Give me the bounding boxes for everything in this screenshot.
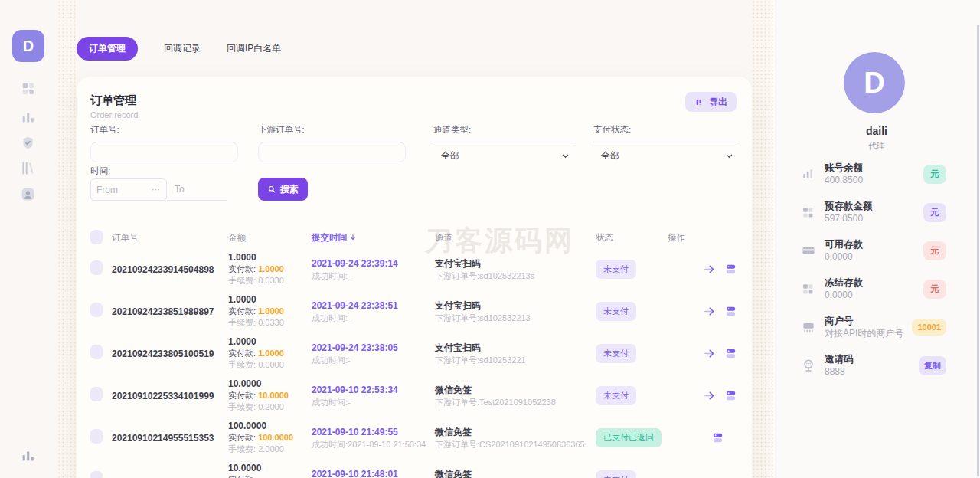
stat-label: 冻结存款	[825, 277, 863, 289]
profile-stats: 账号余额 400.8500 元 预存款金额 597.8500 元 可用存款 0.…	[801, 155, 946, 385]
stat-label: 预存款金额	[825, 200, 873, 212]
order-management-panel: 订单管理 Order record 导出 订单号: 下游订单号: 通道类型: 全…	[77, 77, 752, 478]
grid-icon	[801, 282, 819, 296]
header-order: 订单号	[112, 232, 228, 244]
shield-check-icon[interactable]	[20, 135, 37, 152]
stat-label: 账号余额	[825, 162, 863, 174]
order-number: 20210910225334101999	[112, 391, 228, 401]
stat-value: 400.8500	[825, 174, 863, 186]
sort-down-icon	[349, 234, 357, 241]
row-checkbox[interactable]	[90, 303, 103, 317]
status-badge: 未支付	[596, 470, 636, 478]
profile-role: 代理	[773, 140, 980, 152]
bar-chart-bottom-icon[interactable]	[20, 447, 37, 464]
order-number: 20210924233805100519	[112, 349, 228, 359]
stat-badge[interactable]: 复制	[919, 356, 946, 375]
detail-card-icon[interactable]	[711, 431, 724, 444]
pay-status-select[interactable]: 全部	[593, 142, 737, 162]
grid-icon	[801, 205, 819, 220]
date-range-picker[interactable]: From ⋯ To	[90, 178, 227, 201]
stat-value: 对接API时的商户号	[825, 327, 903, 339]
export-icon	[694, 97, 704, 107]
row-checkbox[interactable]	[90, 345, 103, 359]
row-checkbox[interactable]	[90, 471, 103, 478]
row-checkbox[interactable]	[90, 260, 103, 275]
downstream-order-no-input[interactable]	[258, 142, 406, 162]
table-row: 20210924233851989897 1.0000 实付款: 1.0000 …	[77, 290, 752, 332]
library-icon[interactable]	[20, 160, 37, 177]
downstream-order-no-label: 下游订单号:	[258, 124, 406, 136]
tab-callback-records[interactable]: 回调记录	[164, 42, 201, 55]
channel-type-select[interactable]: 全部	[433, 142, 573, 162]
order-no-label: 订单号:	[90, 124, 238, 136]
status-badge: 未支付	[596, 386, 636, 405]
page-scrollbar[interactable]	[977, 25, 979, 476]
stat-badge: 元	[923, 203, 946, 222]
header-submit-time[interactable]: 提交时间	[312, 232, 435, 244]
chevron-down-icon	[725, 152, 733, 160]
order-number: 20210924233851989897	[112, 306, 228, 317]
order-number: 20210924233914504898	[112, 264, 228, 275]
table-row: 10.0000 实付款: 手续费: 2021-09-10 21:48:01 成功…	[77, 459, 752, 478]
order-no-input[interactable]	[90, 142, 238, 162]
table-row: 20210910214955515353 100.0000 实付款: 100.0…	[77, 417, 752, 459]
user-icon[interactable]	[20, 186, 37, 203]
profile-stat-item: 可用存款 0.0000 元	[801, 231, 946, 270]
credit-card-icon	[801, 243, 819, 258]
select-all-checkbox[interactable]	[90, 230, 103, 244]
status-badge: 未支付	[596, 260, 636, 279]
chevron-down-icon	[561, 152, 570, 160]
detail-card-icon[interactable]	[724, 347, 737, 360]
amount-cell: 1.0000 实付款: 1.0000 手续费: 0.0330	[228, 252, 312, 286]
printer-icon	[801, 319, 819, 335]
detail-card-icon[interactable]	[724, 389, 737, 402]
date-to-input[interactable]: To	[167, 178, 227, 201]
channel-cell: 微信免签 下游订单号:	[435, 468, 596, 478]
status-badge: 已支付已返回	[596, 428, 662, 447]
top-tabs: 订单管理 回调记录 回调IP白名单	[77, 37, 281, 61]
channel-cell: 微信免签 下游订单号:Test2021091052238	[435, 384, 596, 408]
stat-label: 商户号	[825, 315, 903, 327]
profile-stat-item: 商户号 对接API时的商户号 10001	[801, 308, 946, 346]
tab-callback-ip-whitelist[interactable]: 回调IP白名单	[227, 42, 281, 55]
app-logo: D	[12, 30, 44, 62]
detail-card-icon[interactable]	[724, 263, 737, 276]
resend-arrow-icon[interactable]	[703, 263, 716, 276]
stat-value: 0.0000	[825, 250, 863, 263]
export-button[interactable]: 导出	[685, 92, 737, 112]
header-channel: 通道	[435, 232, 596, 244]
detail-card-icon[interactable]	[724, 305, 737, 318]
profile-stat-item: 预存款金额 597.8500 元	[801, 193, 946, 231]
order-number: 20210910214955515353	[112, 433, 228, 444]
page-title: 订单管理	[90, 93, 136, 108]
profile-stat-item: 邀请码 8888 复制	[801, 346, 946, 385]
decorative-texture-left	[57, 0, 77, 478]
resend-arrow-icon[interactable]	[703, 347, 716, 360]
stat-label: 邀请码	[825, 353, 854, 365]
bar-chart-icon[interactable]	[20, 109, 37, 126]
resend-arrow-icon[interactable]	[703, 389, 716, 402]
avatar: D	[844, 52, 905, 113]
search-icon	[267, 185, 276, 194]
row-checkbox[interactable]	[90, 387, 103, 401]
status-badge: 未支付	[596, 302, 636, 321]
profile-sidebar: D daili 代理 账号余额 400.8500 元 预存款金额 597.850…	[773, 0, 980, 478]
amount-cell: 10.0000 实付款: 10.0000 手续费: 0.2000	[228, 378, 312, 413]
channel-cell: 支付宝扫码 下游订单号:sd102532213	[435, 300, 596, 324]
time-cell: 2021-09-10 22:53:34 成功时间:-	[312, 384, 435, 408]
tab-order-management[interactable]: 订单管理	[77, 37, 138, 61]
amount-cell: 10.0000 实付款: 手续费:	[228, 463, 312, 478]
time-cell: 2021-09-24 23:38:05 成功时间:-	[312, 342, 435, 366]
date-from-input[interactable]: From ⋯	[90, 178, 167, 201]
dashboard-grid-icon[interactable]	[20, 80, 37, 97]
resend-arrow-icon[interactable]	[703, 305, 716, 318]
search-button[interactable]: 搜索	[258, 178, 308, 201]
amount-cell: 1.0000 实付款: 1.0000 手续费: 0.0330	[228, 294, 312, 329]
globe-icon	[801, 358, 819, 373]
stat-label: 可用存款	[825, 238, 863, 250]
stat-badge: 元	[923, 165, 946, 184]
row-checkbox[interactable]	[90, 429, 103, 444]
status-badge: 未支付	[596, 344, 636, 363]
pay-status-label: 支付状态:	[593, 124, 737, 136]
order-table-body: 20210924233914504898 1.0000 实付款: 1.0000 …	[77, 248, 752, 478]
